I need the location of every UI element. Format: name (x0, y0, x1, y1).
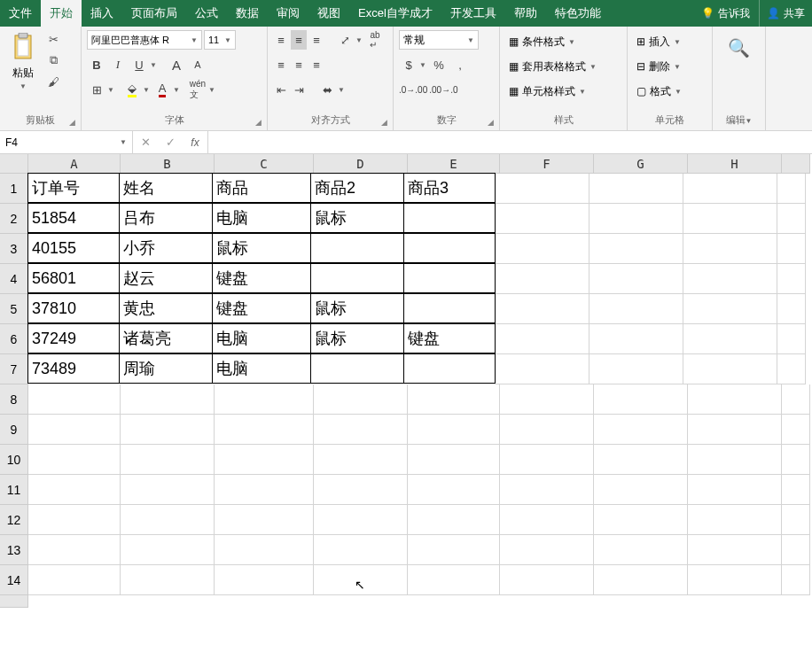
format-cells-button[interactable]: ▢格式▼ (633, 80, 685, 103)
cell[interactable] (500, 475, 594, 505)
cell[interactable] (782, 565, 810, 595)
cell[interactable]: 键盘 (212, 293, 311, 323)
cell[interactable] (28, 415, 121, 445)
cell[interactable] (782, 445, 810, 475)
cell[interactable] (683, 264, 777, 294)
cancel-formula-button[interactable]: ✕ (133, 136, 158, 149)
cell[interactable] (121, 475, 215, 505)
cell[interactable]: 诸葛亮 (119, 323, 213, 353)
cell[interactable]: 73489 (27, 353, 120, 384)
cell[interactable] (314, 445, 408, 475)
menu-tab-6[interactable]: 审阅 (268, 0, 308, 27)
cell[interactable]: 黄忠 (119, 293, 213, 323)
row-header[interactable]: 1 (0, 174, 28, 204)
merge-button[interactable]: ⬌ (317, 80, 337, 99)
underline-button[interactable]: U (129, 55, 149, 74)
col-header[interactable]: E (408, 154, 500, 174)
cell[interactable]: 周瑜 (119, 353, 213, 384)
row-header[interactable]: 3 (0, 234, 28, 264)
menu-tab-5[interactable]: 数据 (227, 0, 268, 27)
select-all-corner[interactable] (0, 154, 28, 174)
row-header[interactable]: 11 (0, 475, 28, 505)
delete-cells-button[interactable]: ⊟删除▼ (633, 55, 684, 78)
cell[interactable] (314, 565, 408, 595)
formula-input[interactable] (208, 131, 812, 153)
cell[interactable]: 电脑 (212, 203, 311, 233)
fx-icon[interactable]: fx (183, 136, 207, 149)
cell[interactable] (403, 353, 496, 384)
cell[interactable] (310, 353, 404, 384)
menu-tab-8[interactable]: Excel自学成才 (349, 0, 441, 27)
chevron-down-icon[interactable]: ▼ (106, 86, 115, 94)
cell[interactable] (496, 324, 589, 354)
cut-button[interactable]: ✂ (44, 30, 62, 48)
cell[interactable] (496, 264, 589, 294)
currency-button[interactable]: $ (399, 55, 418, 74)
cell[interactable] (496, 354, 589, 384)
cell[interactable]: 吕布 (119, 203, 213, 233)
menu-tab-1[interactable]: 开始 (41, 0, 82, 27)
menu-tab-7[interactable]: 视图 (308, 0, 349, 27)
cell[interactable] (589, 294, 683, 324)
chevron-down-icon[interactable]: ▼ (418, 61, 427, 69)
cell[interactable] (594, 475, 688, 505)
cell[interactable] (314, 415, 408, 445)
cell[interactable] (683, 204, 777, 234)
row-header[interactable]: 5 (0, 294, 28, 324)
chevron-down-icon[interactable]: ▼ (149, 61, 158, 69)
col-header[interactable]: C (215, 154, 314, 174)
cell[interactable] (688, 445, 782, 475)
cell[interactable] (500, 384, 594, 415)
align-bottom-button[interactable]: ≡ (308, 30, 324, 50)
cell[interactable] (314, 475, 408, 505)
cell[interactable] (688, 475, 782, 505)
cell[interactable] (28, 445, 121, 475)
cell[interactable] (500, 445, 594, 475)
cell[interactable] (28, 505, 121, 535)
cell[interactable] (314, 384, 408, 415)
align-middle-button[interactable]: ≡ (291, 30, 307, 50)
wrap-text-button[interactable]: ab↵ (365, 30, 385, 50)
cell[interactable] (121, 565, 215, 595)
row-header[interactable]: 7 (0, 354, 28, 384)
align-top-button[interactable]: ≡ (273, 30, 289, 50)
cell[interactable]: 姓名 (119, 173, 213, 203)
cell[interactable]: 电脑 (212, 353, 311, 384)
cell[interactable] (683, 174, 777, 204)
cell[interactable]: 电脑 (212, 323, 311, 353)
cell[interactable] (121, 445, 215, 475)
cell[interactable] (594, 415, 688, 445)
italic-button[interactable]: I (108, 55, 128, 74)
cell[interactable] (777, 204, 806, 234)
comma-button[interactable]: , (450, 55, 470, 74)
cell[interactable] (408, 445, 500, 475)
conditional-format-button[interactable]: ▦条件格式▼ (505, 30, 579, 53)
cell[interactable] (28, 565, 121, 595)
cell[interactable] (496, 174, 589, 204)
align-center-button[interactable]: ≡ (291, 55, 307, 74)
cell[interactable] (500, 415, 594, 445)
decrease-indent-button[interactable]: ⇤ (273, 80, 289, 99)
col-header[interactable]: A (28, 154, 121, 174)
cell[interactable] (683, 354, 777, 384)
cell[interactable] (782, 505, 810, 535)
cell[interactable] (215, 565, 314, 595)
cell[interactable] (496, 204, 589, 234)
col-header[interactable] (782, 154, 810, 174)
tell-me[interactable]: 💡 告诉我 (692, 0, 759, 27)
cell[interactable] (589, 234, 683, 264)
cell[interactable] (777, 174, 806, 204)
name-box[interactable]: F4▼ (0, 131, 133, 153)
find-button[interactable]: 🔍 (722, 30, 757, 66)
decrease-decimal-button[interactable]: .00→.0 (429, 80, 457, 99)
cell[interactable] (500, 565, 594, 595)
chevron-down-icon[interactable]: ▼ (142, 86, 151, 94)
chevron-down-icon[interactable]: ▼ (172, 86, 181, 94)
col-header[interactable]: D (314, 154, 408, 174)
cell[interactable] (594, 384, 688, 415)
cell[interactable] (121, 415, 215, 445)
cell[interactable] (500, 535, 594, 565)
row-header[interactable]: 12 (0, 505, 28, 535)
cell[interactable]: 37810 (27, 293, 120, 323)
shrink-font-button[interactable]: A (188, 55, 207, 74)
